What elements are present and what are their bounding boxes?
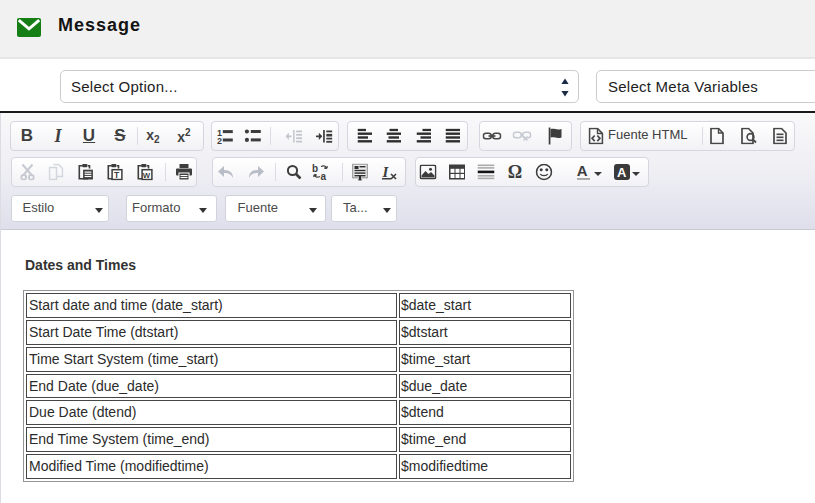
- svg-text:A: A: [577, 163, 588, 179]
- svg-text:2: 2: [217, 136, 222, 144]
- svg-text:A: A: [617, 165, 627, 180]
- svg-text:I: I: [382, 164, 390, 180]
- svg-text:b: b: [312, 164, 318, 174]
- svg-text:a: a: [321, 171, 327, 181]
- svg-text:W: W: [143, 171, 151, 180]
- svg-text:T: T: [114, 170, 120, 180]
